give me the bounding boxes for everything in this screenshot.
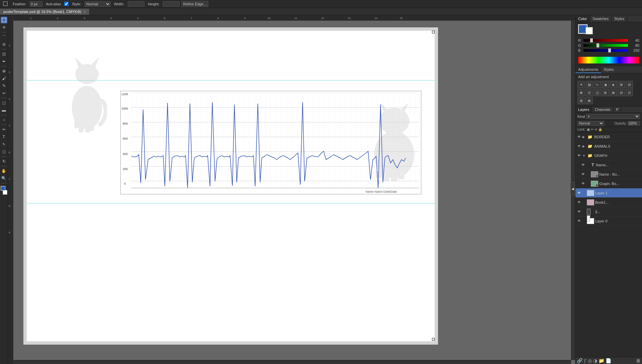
foreground-color-swatch[interactable] [1,186,5,191]
tool-hand[interactable]: ✋ [1,168,7,174]
width-input[interactable] [128,1,144,7]
adj-color-lookup[interactable]: ⊞ [602,89,609,96]
panel-collapse-button[interactable]: ◀ [570,182,575,195]
adj-hsl[interactable]: ⊞ [618,81,625,88]
eye-layer1[interactable]: 👁 [577,191,581,195]
tab-color[interactable]: Color [575,15,590,22]
refine-edge-button[interactable]: Refine Edge... [182,1,208,7]
tab-swatches[interactable]: Swatches [590,15,612,22]
delete-layer-button[interactable]: 🗑 [636,358,641,363]
tool-zoom[interactable]: 🔍 [1,175,7,182]
tab-channels[interactable]: Channels [592,107,613,113]
lock-image-icon[interactable]: ✏ [591,128,594,131]
tool-rectangular-marquee[interactable] [1,17,7,23]
eye-border[interactable]: 👁 [577,135,581,139]
tool-pen[interactable]: ✏ [1,126,7,133]
adj-invert[interactable]: ⊠ [610,89,617,96]
layer-item-name[interactable]: 👁 ▶ T Name... [579,160,642,170]
tool-eraser[interactable]: ◻ [1,100,7,106]
tool-path-select[interactable]: ↖ [1,141,7,148]
arrow-border[interactable]: ▶ [582,135,586,139]
active-tab[interactable]: posterTemplate.psd @ 16.5% (Book1, CMYK/… [0,9,90,15]
tool-quick-select[interactable]: ⊘ [1,41,7,48]
layer-item-layer0[interactable]: 👁 ▶ Layer 0 [575,216,642,226]
tool-clone-stamp[interactable]: ✎ [1,82,7,89]
tool-eyedropper[interactable]: ✒ [1,58,7,65]
tab-styles[interactable]: Styles [612,15,627,22]
layer-item-animals[interactable]: 👁 ▶ 📁 ANIMALS [575,142,642,151]
antialias-checkbox[interactable] [64,2,69,6]
layer-style-button[interactable]: ƒ [584,358,586,363]
eye-graph-bo[interactable]: 👁 [581,181,585,186]
layer-item-book1[interactable]: 👁 ▶ Book1... [575,198,642,207]
tool-dodge[interactable]: ○ [1,117,7,123]
adj-channel-mixer[interactable]: ◫ [594,89,601,96]
eye-name[interactable]: 👁 [581,163,585,167]
tab-adj-styles[interactable]: Styles [601,66,617,73]
adj-posterize[interactable]: ⊟ [618,89,625,96]
background-color-swatch[interactable] [3,190,7,195]
layer-item-graph[interactable]: 👁 ▼ 📁 GRAPH [575,151,642,160]
tab-adjustments[interactable]: Adjustments [575,66,601,73]
new-group-button[interactable]: 📁 [599,358,604,363]
adj-threshold[interactable]: ⊡ [626,89,633,96]
blue-slider[interactable] [583,49,628,52]
opacity-input[interactable] [628,121,640,126]
adj-vibrance[interactable]: ◈ [610,81,617,88]
adj-curves[interactable]: ∿ [594,81,601,88]
lock-position-icon[interactable]: ✛ [595,128,597,131]
tab-close-button[interactable]: × [84,10,86,14]
tool-type[interactable]: T [1,134,7,140]
lock-all-icon[interactable]: 🔒 [598,128,602,131]
green-slider[interactable] [583,44,628,47]
layer-item-border[interactable]: 👁 ▶ 📁 BORDER [575,132,642,142]
adj-levels[interactable]: ▤ [585,81,593,88]
adj-gradient-map[interactable]: ⊞ [577,97,585,104]
height-input[interactable] [163,1,180,7]
eye-layer0[interactable]: 👁 [577,219,581,223]
adj-bw[interactable]: ⊠ [577,89,585,96]
kind-select[interactable]: ≡ [586,114,640,119]
tool-lasso[interactable]: ⌒ [1,34,7,40]
tab-layers[interactable]: Layers [575,107,592,113]
adj-color-balance[interactable]: ⊟ [626,81,633,88]
tool-move[interactable]: ✛ [1,24,7,31]
bg-color-swatch[interactable] [585,27,593,34]
tool-shape[interactable]: ◻ [1,148,7,155]
layer-item-name-bo[interactable]: 👁 ▶ Name - Bo... [579,170,642,179]
new-layer-button[interactable]: 📄 [606,358,611,363]
tool-history-brush[interactable]: ↩ [1,90,7,97]
adjustment-layer-button[interactable]: ◑ [593,358,597,363]
eye-animals[interactable]: 👁 [577,144,581,149]
layer-item-section[interactable]: 👁 ▶ §... [575,207,642,216]
smart-thumb-name-bo [591,171,598,177]
color-spectrum[interactable] [578,57,639,63]
eye-book1[interactable]: 👁 [577,200,581,205]
feather-input[interactable] [30,1,42,7]
adj-selective-color[interactable]: ⊠ [585,97,593,104]
tool-3d-rotate[interactable]: ↻ [1,158,7,165]
blend-mode-select[interactable]: Normal Multiply Screen Overlay [577,121,604,126]
eye-graph[interactable]: 👁 [577,153,581,158]
red-slider[interactable] [583,39,628,42]
eye-name-bo[interactable]: 👁 [581,172,585,177]
lock-transparent-icon[interactable]: ▣ [587,128,590,131]
adj-exposure[interactable]: ◑ [602,81,609,88]
tool-gradient[interactable]: ▬ [1,107,7,114]
scrollbar-horizontal[interactable] [13,360,571,364]
eye-section[interactable]: 👁 [577,209,581,214]
arrow-graph[interactable]: ▼ [582,154,586,157]
link-layers-button[interactable]: 🔗 [577,358,582,363]
adj-brightness[interactable]: ☀ [577,81,585,88]
layer-mask-button[interactable]: ◎ [588,358,592,363]
tab-paths[interactable]: P [614,107,622,113]
arrow-animals[interactable]: ▶ [582,145,586,148]
tool-brush[interactable]: 🖌 [1,75,7,82]
layer-item-graph-bo[interactable]: 👁 ▶ Graph- Bo... [579,179,642,188]
tool-spot-heal[interactable]: ⊕ [1,68,7,74]
adj-photo-filter[interactable]: ⊡ [585,89,593,96]
tool-crop[interactable]: ⊡ [1,51,7,57]
canvas-scroll[interactable]: 1200 1000 800 600 400 200 0 [13,21,575,364]
style-select[interactable]: NormalFixed RatioFixed Size [85,1,111,7]
layer-item-layer1[interactable]: 👁 ▶ Layer 1 [575,188,642,198]
